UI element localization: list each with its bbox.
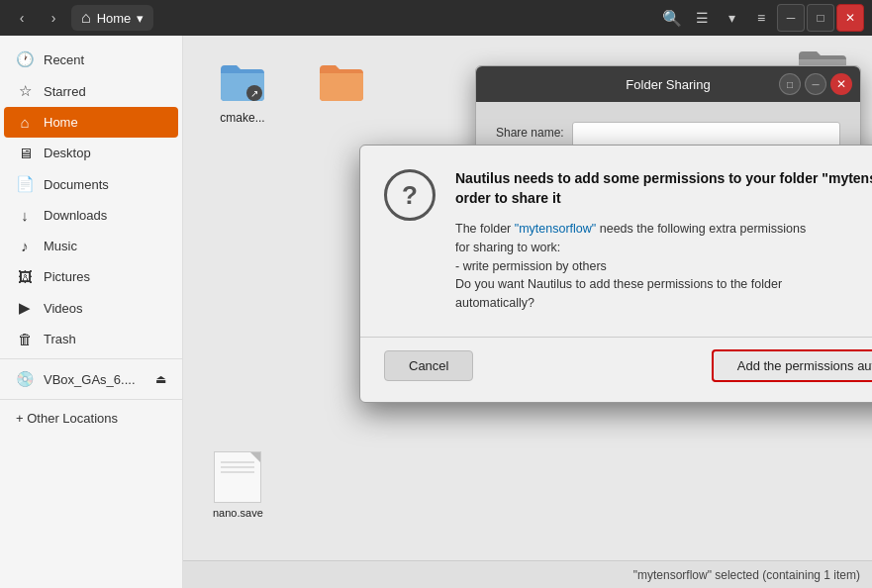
perm-line3: - write permission by others bbox=[455, 259, 607, 273]
question-mark-icon: ? bbox=[384, 169, 436, 221]
dialog-close-button[interactable]: ✕ bbox=[830, 73, 852, 95]
sidebar-item-label-trash: Trash bbox=[44, 332, 76, 346]
sidebar-item-documents[interactable]: 📄 Documents bbox=[0, 168, 182, 200]
recent-icon: 🕐 bbox=[16, 50, 34, 68]
sidebar-item-starred[interactable]: ☆ Starred bbox=[0, 75, 182, 107]
view-menu-button[interactable]: ▾ bbox=[718, 4, 745, 32]
search-button[interactable]: 🔍 bbox=[658, 4, 686, 32]
folder-orange-icon bbox=[316, 55, 367, 107]
maximize-button[interactable]: □ bbox=[807, 4, 834, 32]
file-label-cmake: cmake... bbox=[220, 111, 264, 125]
nano-save-item[interactable]: nano.save bbox=[213, 451, 263, 519]
sidebar-item-other-locations[interactable]: + Other Locations bbox=[0, 404, 182, 433]
sidebar-item-label-music: Music bbox=[44, 239, 77, 253]
window-controls: 🔍 ☰ ▾ ≡ ─ □ ✕ bbox=[658, 4, 864, 32]
permission-buttons: Cancel Add the permissions automatically bbox=[360, 337, 872, 402]
share-name-label: Share name: bbox=[496, 126, 564, 140]
sidebar-item-label-pictures: Pictures bbox=[44, 269, 90, 284]
permission-dialog-body: ? Nautilus needs to add some permissions… bbox=[360, 146, 872, 337]
downloads-icon: ↓ bbox=[16, 207, 34, 224]
sidebar-item-label-downloads: Downloads bbox=[44, 208, 107, 223]
sidebar-item-downloads[interactable]: ↓ Downloads bbox=[0, 200, 182, 231]
music-icon: ♪ bbox=[16, 238, 34, 254]
documents-icon: 📄 bbox=[16, 175, 34, 193]
perm-line4: Do you want Nautilus to add these permis… bbox=[455, 277, 782, 291]
desktop-icon: 🖥 bbox=[16, 145, 34, 161]
starred-icon: ☆ bbox=[16, 82, 34, 100]
back-button[interactable]: ‹ bbox=[8, 4, 36, 32]
minimize-button[interactable]: ─ bbox=[777, 4, 805, 32]
permission-content: Nautilus needs to add some permissions t… bbox=[455, 169, 872, 313]
permission-title: Nautilus needs to add some permissions t… bbox=[455, 169, 872, 208]
sidebar-item-pictures[interactable]: 🖼 Pictures bbox=[0, 261, 182, 292]
pictures-icon: 🖼 bbox=[16, 268, 34, 285]
eject-icon[interactable]: ⏏ bbox=[155, 372, 166, 386]
videos-icon: ▶ bbox=[16, 299, 34, 317]
add-permissions-button[interactable]: Add the permissions automatically bbox=[712, 349, 872, 382]
trash-icon: 🗑 bbox=[16, 331, 34, 347]
other-locations-label: + Other Locations bbox=[16, 411, 118, 426]
sidebar-divider2 bbox=[0, 399, 182, 400]
sidebar-item-home[interactable]: ⌂ Home bbox=[4, 107, 178, 138]
home-breadcrumb[interactable]: ⌂ Home ▾ bbox=[71, 5, 153, 31]
sidebar-item-label-documents: Documents bbox=[44, 177, 109, 192]
list-item[interactable] bbox=[302, 55, 381, 125]
main-layout: 🕐 Recent ☆ Starred ⌂ Home 🖥 Desktop 📄 Do… bbox=[0, 36, 872, 588]
home-icon: ⌂ bbox=[81, 9, 91, 27]
forward-button[interactable]: › bbox=[40, 4, 67, 32]
sidebar-item-trash[interactable]: 🗑 Trash bbox=[0, 324, 182, 354]
sidebar-item-label-vbox: VBox_GAs_6.... bbox=[44, 372, 136, 387]
hamburger-button[interactable]: ≡ bbox=[747, 4, 775, 32]
perm-line2: for sharing to work: bbox=[455, 241, 560, 254]
home-label: Home bbox=[97, 11, 132, 26]
close-button[interactable]: ✕ bbox=[836, 4, 864, 32]
list-view-button[interactable]: ☰ bbox=[688, 4, 716, 32]
sidebar-item-label-desktop: Desktop bbox=[44, 146, 91, 160]
dialog-title: Folder Sharing bbox=[626, 77, 710, 92]
sidebar-item-desktop[interactable]: 🖥 Desktop bbox=[0, 138, 182, 168]
perm-line5: automatically? bbox=[455, 296, 534, 310]
folder-share-icon: ↗ bbox=[217, 55, 268, 107]
sidebar-item-vbox[interactable]: 💿 VBox_GAs_6.... ⏏ bbox=[0, 363, 182, 395]
status-bar: "mytensorflow" selected (containing 1 it… bbox=[183, 560, 872, 588]
sidebar-item-label-recent: Recent bbox=[44, 52, 84, 67]
dropdown-icon: ▾ bbox=[137, 11, 144, 26]
svg-text:↗: ↗ bbox=[250, 88, 258, 99]
file-area: ↗ cmake... bbox=[183, 36, 872, 588]
sidebar-item-videos[interactable]: ▶ Videos bbox=[0, 292, 182, 324]
permission-cancel-button[interactable]: Cancel bbox=[384, 350, 473, 381]
sidebar-item-label-home: Home bbox=[44, 115, 78, 130]
permission-body: The folder "mytensorflow" needs the foll… bbox=[455, 220, 872, 313]
permission-dialog: ? Nautilus needs to add some permissions… bbox=[359, 145, 872, 403]
sidebar-item-label-starred: Starred bbox=[44, 84, 86, 99]
nano-save-label: nano.save bbox=[213, 507, 263, 519]
vbox-icon: 💿 bbox=[16, 370, 34, 388]
list-item[interactable]: ↗ cmake... bbox=[203, 55, 282, 125]
perm-line1: The folder "mytensorflow" needs the foll… bbox=[455, 222, 806, 236]
status-text: "mytensorflow" selected (containing 1 it… bbox=[633, 568, 860, 582]
dialog-title-bar: Folder Sharing □ ─ ✕ bbox=[476, 66, 860, 102]
sidebar-divider bbox=[0, 358, 182, 359]
sidebar-item-label-videos: Videos bbox=[44, 301, 83, 316]
sidebar-item-music[interactable]: ♪ Music bbox=[0, 231, 182, 261]
permission-icon-area: ? bbox=[384, 169, 436, 313]
dialog-maximize-button[interactable]: □ bbox=[779, 73, 801, 95]
dialog-minimize-button[interactable]: ─ bbox=[805, 73, 826, 95]
home-sidebar-icon: ⌂ bbox=[16, 114, 34, 131]
sidebar-item-recent[interactable]: 🕐 Recent bbox=[0, 44, 182, 75]
title-bar: ‹ › ⌂ Home ▾ 🔍 ☰ ▾ ≡ ─ □ ✕ bbox=[0, 0, 872, 36]
sidebar: 🕐 Recent ☆ Starred ⌂ Home 🖥 Desktop 📄 Do… bbox=[0, 36, 183, 588]
